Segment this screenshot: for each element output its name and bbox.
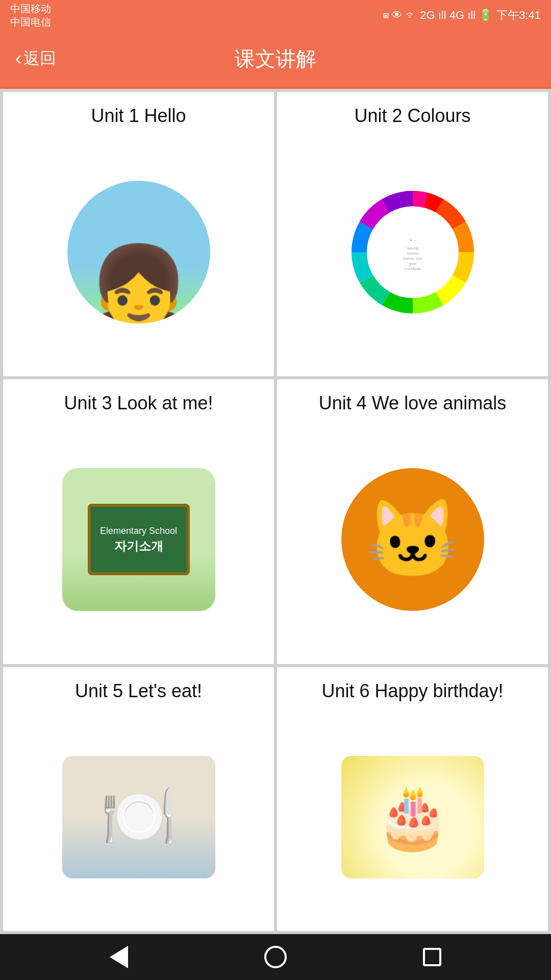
unit-card-4[interactable]: Unit 4 We love animals 🐱 bbox=[277, 379, 548, 664]
svg-text:vruchtbaar: vruchtbaar bbox=[404, 267, 421, 271]
chalkboard-line2: 자기소개 bbox=[114, 537, 163, 555]
unit-grid: Unit 1 Hello 👧 Unit 2 Colours bbox=[0, 89, 551, 934]
recents-nav-icon bbox=[423, 948, 441, 966]
unit-card-3[interactable]: Unit 3 Look at me! Elementary School 자기소… bbox=[3, 379, 274, 664]
unit-1-title: Unit 1 Hello bbox=[91, 104, 186, 128]
unit-4-title: Unit 4 We love animals bbox=[319, 391, 507, 415]
unit-6-title: Unit 6 Happy birthday! bbox=[321, 679, 503, 703]
back-nav-icon bbox=[110, 946, 128, 968]
unit-1-image: 👧 bbox=[11, 138, 266, 366]
unit-4-illustration: 🐱 bbox=[341, 468, 484, 611]
bottom-nav bbox=[0, 934, 551, 980]
svg-text:kalmte, rust: kalmte, rust bbox=[403, 257, 421, 260]
svg-text:groei: groei bbox=[409, 262, 417, 266]
unit-1-illustration: 👧 bbox=[67, 181, 210, 324]
svg-text:frisheid: frisheid bbox=[407, 252, 418, 255]
signal-icons: ▣ 👁 ᯤ 2G ıll 4G ıll 🔋 bbox=[383, 9, 492, 22]
home-nav-icon bbox=[264, 946, 287, 968]
birthday-icon: 🎂 bbox=[374, 781, 451, 853]
unit-3-image: Elementary School 자기소개 bbox=[11, 426, 266, 654]
unit-5-image: 🍽️ bbox=[11, 713, 266, 921]
carrier-info: 中国移动 中国电信 bbox=[10, 2, 51, 29]
back-nav-button[interactable] bbox=[104, 942, 134, 972]
unit-6-image: 🎂 bbox=[285, 713, 540, 921]
unit-3-title: Unit 3 Look at me! bbox=[64, 391, 213, 415]
svg-text:naturlijk: naturlijk bbox=[406, 247, 419, 251]
unit-6-illustration: 🎂 bbox=[341, 756, 484, 878]
recents-nav-button[interactable] bbox=[417, 942, 447, 972]
chalkboard-line1: Elementary School bbox=[100, 525, 177, 537]
status-bar: 中国移动 中国电信 ▣ 👁 ᯤ 2G ıll 4G ıll 🔋 下午3:41 bbox=[0, 0, 551, 31]
unit-card-6[interactable]: Unit 6 Happy birthday! 🎂 bbox=[277, 667, 548, 931]
unit-card-1[interactable]: Unit 1 Hello 👧 bbox=[3, 92, 274, 376]
back-button[interactable]: ‹ 返回 bbox=[15, 47, 56, 70]
unit-2-title: Unit 2 Colours bbox=[354, 104, 470, 128]
unit-5-title: Unit 5 Let's eat! bbox=[75, 679, 202, 703]
status-right: ▣ 👁 ᯤ 2G ıll 4G ıll 🔋 下午3:41 bbox=[383, 8, 541, 23]
unit-2-image: + - naturlijk frisheid kalmte, rust groe… bbox=[285, 138, 540, 366]
unit-4-image: 🐱 bbox=[285, 426, 540, 654]
unit-card-2[interactable]: Unit 2 Colours bbox=[277, 92, 548, 376]
back-label: 返回 bbox=[23, 47, 56, 70]
unit-3-illustration: Elementary School 자기소개 bbox=[62, 468, 215, 611]
back-chevron-icon: ‹ bbox=[15, 48, 21, 69]
home-nav-button[interactable] bbox=[260, 942, 291, 972]
unit-card-5[interactable]: Unit 5 Let's eat! 🍽️ bbox=[3, 667, 274, 931]
color-wheel: + - naturlijk frisheid kalmte, rust groe… bbox=[341, 181, 484, 324]
header: ‹ 返回 课文讲解 bbox=[0, 31, 551, 87]
page-title: 课文讲解 bbox=[235, 45, 316, 73]
time: 下午3:41 bbox=[496, 8, 541, 23]
food-icon: 🍽️ bbox=[101, 781, 177, 853]
unit-5-illustration: 🍽️ bbox=[62, 756, 215, 878]
cat-icon: 🐱 bbox=[365, 495, 460, 584]
svg-text:+ -: + - bbox=[410, 237, 416, 243]
girl-icon: 👧 bbox=[88, 247, 190, 324]
chalkboard: Elementary School 자기소개 bbox=[88, 504, 190, 575]
